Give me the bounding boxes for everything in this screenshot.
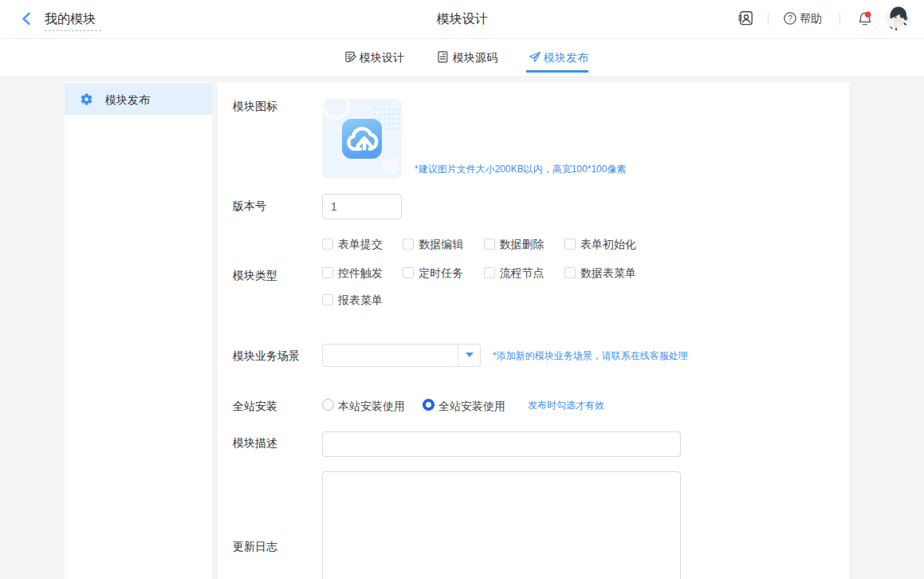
svg-text:?: ? — [788, 14, 792, 23]
